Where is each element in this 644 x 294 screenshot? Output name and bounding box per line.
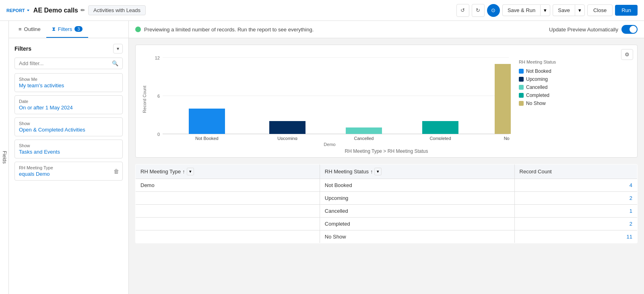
filter-options-button[interactable]: ▾ bbox=[113, 44, 123, 53]
svg-text:Not Booked: Not Booked bbox=[195, 136, 218, 140]
cell-type-demo: Demo bbox=[136, 179, 320, 192]
cell-type-empty-4 bbox=[136, 230, 320, 243]
cell-count-upcoming: 2 bbox=[514, 192, 637, 205]
header-right: ↺ ↻ ⊙ Save & Run ▾ Save ▾ Close Run bbox=[456, 4, 638, 17]
undo-button[interactable]: ↺ bbox=[456, 4, 469, 17]
col1-filter-button[interactable]: ▾ bbox=[187, 168, 194, 175]
chart-body: Record Count 12 6 0 bbox=[142, 51, 631, 147]
cell-count-cancelled: 1 bbox=[514, 205, 637, 218]
filter-value-date: On or after 1 May 2024 bbox=[19, 105, 118, 111]
col-meeting-type: RH Meeting Type ↑ ▾ bbox=[136, 164, 320, 179]
cell-status-no-show: No Show bbox=[320, 230, 514, 243]
filter-label-date: Date bbox=[19, 99, 118, 104]
tab-outline[interactable]: ≡ Outline bbox=[13, 21, 46, 38]
data-table: RH Meeting Type ↑ ▾ RH Meeting Status ↑ … bbox=[135, 164, 638, 243]
filter-label-show-me: Show Me bbox=[19, 77, 118, 82]
bar-upcoming bbox=[269, 121, 305, 134]
left-panel: ≡ Outline ⧗ Filters 3 Filters ▾ 🔍 Show M… bbox=[9, 21, 129, 294]
cell-type-empty-2 bbox=[136, 205, 320, 218]
col2-filter-button[interactable]: ▾ bbox=[374, 168, 382, 175]
report-label: REPORT bbox=[6, 8, 30, 13]
tab-filters[interactable]: ⧗ Filters 3 bbox=[46, 21, 89, 38]
filter-value-tasks-events: Tasks and Events bbox=[19, 149, 118, 155]
save-run-button[interactable]: Save & Run bbox=[502, 4, 540, 16]
table-row: Completed 2 bbox=[136, 218, 638, 230]
filter-card-show-me[interactable]: Show Me My team's activities bbox=[14, 73, 123, 92]
legend-dot-not-booked bbox=[519, 69, 524, 74]
chart-with-y-axis: Record Count 12 6 0 bbox=[142, 51, 511, 147]
filter-value-show-me: My team's activities bbox=[19, 82, 118, 88]
bar-chart: 12 6 0 Not Book bbox=[149, 51, 511, 140]
legend-dot-upcoming bbox=[519, 77, 524, 82]
save-dropdown[interactable]: ▾ bbox=[575, 4, 585, 16]
run-button[interactable]: Run bbox=[615, 5, 638, 16]
filter-label-show-activities: Show bbox=[19, 121, 118, 126]
table-row: Cancelled 1 bbox=[136, 205, 638, 218]
table-body: Demo Not Booked 4 Upcoming 2 Cancelled 1 bbox=[136, 179, 638, 243]
cell-count-no-show: 11 bbox=[514, 230, 637, 243]
sort-asc-icon-2[interactable]: ↑ bbox=[370, 169, 373, 175]
panel-tabs: ≡ Outline ⧗ Filters 3 bbox=[9, 21, 128, 38]
cell-count-not-booked: 4 bbox=[514, 179, 637, 192]
filter-card-tasks-events[interactable]: Show Tasks and Events bbox=[14, 140, 123, 158]
save-button[interactable]: Save bbox=[553, 4, 575, 16]
auto-preview-switch[interactable] bbox=[621, 25, 638, 34]
cell-status-completed: Completed bbox=[320, 218, 514, 230]
filter-card-date[interactable]: Date On or after 1 May 2024 bbox=[14, 95, 123, 114]
sort-asc-icon[interactable]: ↑ bbox=[182, 169, 185, 175]
svg-text:12: 12 bbox=[155, 56, 160, 60]
info-button[interactable]: ⊙ bbox=[487, 4, 500, 17]
redo-button[interactable]: ↻ bbox=[472, 4, 485, 17]
bar-cancelled bbox=[346, 127, 382, 134]
chart-container: ⚙ Record Count 12 6 0 bbox=[135, 45, 638, 158]
legend-cancelled: Cancelled bbox=[519, 84, 575, 90]
chart-settings-button[interactable]: ⚙ bbox=[621, 49, 633, 60]
table-row: Demo Not Booked 4 bbox=[136, 179, 638, 192]
cell-status-not-booked: Not Booked bbox=[320, 179, 514, 192]
legend-completed: Completed bbox=[519, 93, 575, 98]
filter-delete-button[interactable]: 🗑 bbox=[114, 168, 119, 175]
chart-area: ⚙ Record Count 12 6 0 bbox=[129, 38, 644, 294]
close-button[interactable]: Close bbox=[587, 4, 613, 16]
table-row: No Show 11 bbox=[136, 230, 638, 243]
save-split: Save ▾ bbox=[553, 4, 585, 16]
filter-label-tasks-events: Show bbox=[19, 143, 118, 148]
cell-status-cancelled: Cancelled bbox=[320, 205, 514, 218]
edit-icon[interactable]: ✏ bbox=[80, 7, 85, 13]
table-header: RH Meeting Type ↑ ▾ RH Meeting Status ↑ … bbox=[136, 164, 638, 179]
search-icon: 🔍 bbox=[112, 60, 118, 66]
filter-card-meeting-type[interactable]: RH Meeting Type equals Demo 🗑 bbox=[14, 162, 123, 181]
filter-label-meeting-type: RH Meeting Type bbox=[19, 165, 118, 170]
cell-type-empty-1 bbox=[136, 192, 320, 205]
legend-dot-completed bbox=[519, 93, 524, 98]
svg-text:Cancelled: Cancelled bbox=[354, 136, 374, 140]
status-dot bbox=[135, 27, 141, 32]
auto-preview-toggle: Update Preview Automatically bbox=[549, 25, 638, 34]
cell-type-empty-3 bbox=[136, 218, 320, 230]
cell-count-completed: 2 bbox=[514, 218, 637, 230]
col-record-count: Record Count bbox=[514, 164, 637, 179]
table-row: Upcoming 2 bbox=[136, 192, 638, 205]
fields-sidebar[interactable]: Fields bbox=[0, 21, 9, 294]
save-run-split: Save & Run ▾ bbox=[502, 4, 550, 16]
bar-not-booked bbox=[189, 109, 225, 134]
filter-section-title: Filters ▾ bbox=[14, 44, 123, 53]
save-run-dropdown[interactable]: ▾ bbox=[540, 4, 550, 16]
svg-text:Completed: Completed bbox=[429, 136, 451, 140]
report-name: AE Demo calls ✏ bbox=[33, 7, 85, 14]
legend-not-booked: Not Booked bbox=[519, 68, 575, 74]
y-axis-label: Record Count bbox=[142, 86, 147, 113]
legend-upcoming: Upcoming bbox=[519, 76, 575, 82]
add-filter-input[interactable] bbox=[19, 60, 112, 66]
legend-dot-no-show bbox=[519, 101, 524, 106]
add-filter-box[interactable]: 🔍 bbox=[14, 58, 123, 69]
chart-legend: RH Meeting Status Not Booked Upcoming Ca… bbox=[519, 51, 575, 147]
x-axis-label: Demo bbox=[149, 142, 511, 147]
chart-svg-wrapper: 12 6 0 Not Book bbox=[149, 51, 511, 147]
main-area: Previewing a limited number of records. … bbox=[129, 21, 644, 294]
legend-dot-cancelled bbox=[519, 85, 524, 90]
header-left: REPORT AE Demo calls ✏ Activities with L… bbox=[6, 5, 452, 15]
filter-card-show-activities[interactable]: Show Open & Completed Activities bbox=[14, 117, 123, 136]
svg-text:0: 0 bbox=[157, 132, 160, 137]
legend-title: RH Meeting Status bbox=[519, 60, 575, 64]
